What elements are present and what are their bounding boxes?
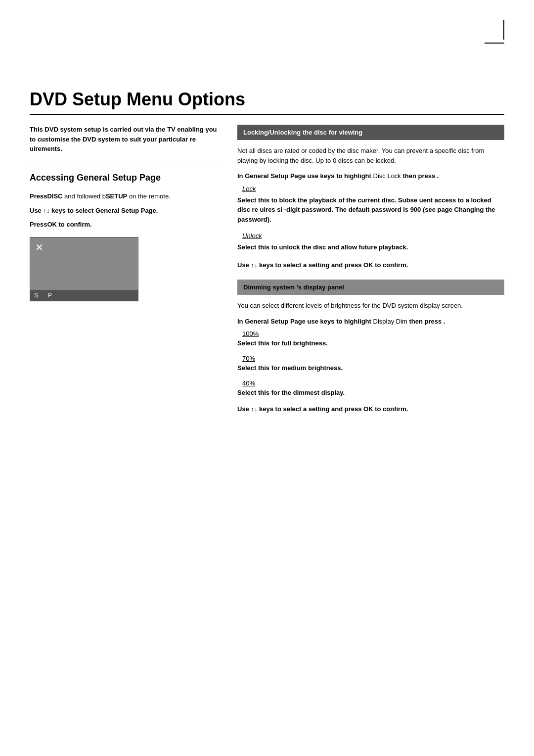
then-press-dim-text: then press . — [407, 318, 445, 325]
setup-label-text: SETUP — [106, 192, 127, 200]
to-confirm-dim-bold: to confirm. — [373, 405, 408, 413]
ok-dim-text: OK — [363, 405, 373, 413]
in-general-setup-lock-bold: In General Setup Page use keys to highli… — [237, 172, 373, 180]
use-keys-instruction: Use ↑↓ keys to select General Setup Page… — [30, 206, 218, 216]
lock-section: Lock Select this to block the playback o… — [237, 185, 504, 225]
use-keys-dim-bold: Use ↑↓ keys to select a setting and pres… — [237, 405, 363, 413]
to-confirm-setting-bold: to confirm. — [373, 261, 408, 269]
keys-to-select-text: keys to select — [49, 207, 95, 214]
percent-100-desc: Select this for full brightness. — [237, 339, 504, 347]
press-ok-label: Press — [30, 221, 47, 228]
setup-menu-icon: ✕ — [35, 241, 44, 253]
setup-menu-label-p: P — [48, 292, 52, 299]
deco-horizontal-line — [485, 43, 504, 44]
locking-header: Locking/Unlocking the disc for viewing — [237, 125, 504, 140]
use-keys-setting-instruction: Use ↑↓ keys to select a setting and pres… — [237, 260, 504, 270]
intro-text: This DVD system setup is carried out via… — [30, 125, 218, 154]
unlock-description: Select this to unlock the disc and allow… — [237, 242, 504, 252]
use-keys-dim-instruction: Use ↑↓ keys to select a setting and pres… — [237, 404, 504, 414]
on-remote-text: on the remote. — [127, 192, 170, 200]
in-general-setup-dim-bold: In General Setup Page use keys to highli… — [237, 318, 373, 325]
accessing-general-setup-heading: Accessing General Setup Page — [30, 172, 218, 184]
percent-100-label: 100% — [237, 330, 504, 337]
display-dim-inline: Display Dim — [373, 318, 407, 325]
right-column: Locking/Unlocking the disc for viewing N… — [237, 125, 504, 418]
deco-lines — [485, 20, 504, 44]
percent-70-desc: Select this for medium brightness. — [237, 364, 504, 372]
ok-label-text: OK — [47, 221, 57, 228]
arrow-keys-symbol: ↑↓ — [43, 207, 49, 214]
percent-40-desc: Select this for the dimmest display. — [237, 389, 504, 396]
dimming-section: Dimming system ’s display panel You can … — [237, 280, 504, 414]
disc-lock-inline: Disc Lock — [373, 172, 401, 180]
to-confirm-text: to confirm. — [57, 221, 92, 228]
setup-menu-label-s: S — [34, 292, 38, 299]
not-all-discs-text: Not all discs are rated or coded by the … — [237, 146, 504, 165]
disc-label-text: DISC — [47, 192, 62, 200]
percent-70-label: 70% — [237, 355, 504, 362]
lock-description: Select this to block the playback of the… — [237, 195, 504, 225]
ok-setting-text: OK — [363, 261, 373, 269]
40-percent-section: 40% Select this for the dimmest display. — [237, 379, 504, 396]
press-disc-instruction: PressDISC and followed bSETUP on the rem… — [30, 191, 218, 201]
left-column: This DVD system setup is carried out via… — [30, 125, 218, 418]
divider — [30, 164, 218, 164]
setup-menu-screenshot: ✕ S P — [30, 237, 138, 301]
press-label: Press — [30, 192, 47, 200]
100-percent-section: 100% Select this for full brightness. — [237, 330, 504, 347]
setup-menu-labels: S P — [30, 290, 138, 301]
70-percent-section: 70% Select this for medium brightness. — [237, 355, 504, 372]
then-press-lock-text: then press . — [401, 172, 439, 180]
dimming-header: Dimming system ’s display panel — [237, 280, 504, 295]
page-container: DVD Setup Menu Options This DVD system s… — [0, 0, 534, 756]
lock-sublabel: Lock — [237, 185, 504, 192]
content-columns: This DVD system setup is carried out via… — [30, 125, 504, 418]
and-followed-text: and followed b — [62, 192, 105, 200]
top-right-decoration — [485, 20, 504, 44]
use-keys-setting-bold: Use ↑↓ keys to select a setting and pres… — [237, 261, 363, 269]
use-label: Use — [30, 207, 43, 214]
in-general-setup-dim-instruction: In General Setup Page use keys to highli… — [237, 317, 504, 327]
unlock-section: Unlock Select this to unlock the disc an… — [237, 232, 504, 252]
general-setup-bold: General Setup Page. — [95, 207, 158, 214]
percent-40-label: 40% — [237, 379, 504, 387]
in-general-setup-lock-instruction: In General Setup Page use keys to highli… — [237, 171, 504, 181]
dimming-intro-text: You can select different levels of brigh… — [237, 301, 504, 311]
page-title: DVD Setup Menu Options — [30, 89, 504, 115]
deco-vertical-line — [503, 20, 504, 40]
press-ok-instruction: PressOK to confirm. — [30, 220, 218, 230]
unlock-sublabel: Unlock — [237, 232, 504, 239]
